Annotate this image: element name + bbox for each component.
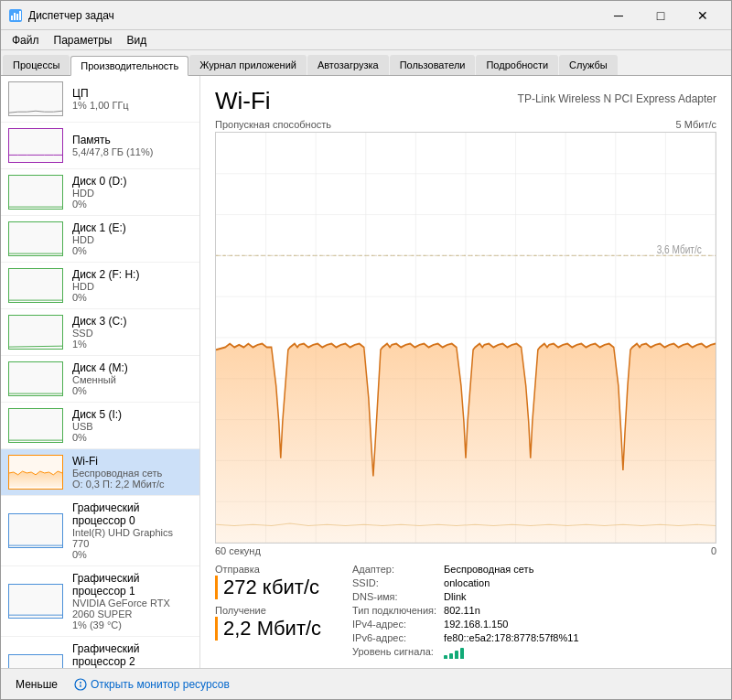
sidebar-item-wifi[interactable]: Wi-Fi Беспроводная сеть О: 0,3 П: 2,2 Мб… (1, 449, 199, 496)
time-now-label: 0 (711, 545, 716, 556)
sidebar: ЦП 1% 1,00 ГГц Память 5,4/47,8 ГБ (11%) (1, 76, 200, 668)
title-bar: Диспетчер задач ─ □ ✕ (1, 1, 731, 30)
adapter-value: Беспроводная сеть (444, 564, 578, 575)
disk1-thumb (8, 221, 63, 256)
svg-rect-8 (9, 222, 62, 255)
sidebar-item-gpu1[interactable]: Графический процессор 1 NVIDIA GeForce R… (1, 566, 199, 637)
disk1-info: Диск 1 (E:) HDD 0% (72, 221, 192, 256)
panel-device: TP-Link Wireless N PCI Express Adapter (518, 92, 716, 105)
gpu2-thumb (8, 654, 63, 668)
memory-sub: 5,4/47,8 ГБ (11%) (72, 146, 192, 157)
tab-details[interactable]: Подробности (476, 55, 558, 75)
gpu0-sub2: 0% (72, 549, 192, 560)
recv-block: Получение 2,2 Мбит/с (215, 605, 334, 641)
svg-rect-12 (9, 409, 62, 442)
app-icon (8, 8, 23, 23)
gpu1-sub1: NVIDIA GeForce RTX 2060 SUPER (72, 598, 192, 619)
signal-bars (444, 646, 464, 659)
svg-rect-11 (9, 362, 62, 395)
info-labels-col: Адаптер: SSID: DNS-имя: Тип подключения:… (352, 564, 436, 661)
svg-rect-15 (9, 585, 62, 618)
gpu1-info: Графический процессор 1 NVIDIA GeForce R… (72, 572, 192, 630)
panel-title: Wi-Fi (215, 87, 271, 115)
gpu0-info: Графический процессор 0 Intel(R) UHD Gra… (72, 501, 192, 560)
maximize-button[interactable]: □ (640, 1, 682, 30)
recv-value: 2,2 Мбит/с (215, 617, 334, 641)
svg-rect-9 (9, 269, 62, 302)
info-values-col: Беспроводная сеть onlocation Dlink 802.1… (444, 564, 578, 661)
wifi-info: Wi-Fi Беспроводная сеть О: 0,3 П: 2,2 Мб… (72, 455, 192, 490)
monitor-link[interactable]: Открыть монитор ресурсов (74, 678, 230, 691)
signal-label: Уровень сигнала: (352, 646, 436, 657)
signal-bar-4 (460, 648, 464, 659)
ssid-label: SSID: (352, 577, 436, 588)
less-button[interactable]: Меньше (10, 674, 63, 695)
svg-rect-1 (11, 16, 13, 20)
disk0-thumb (8, 175, 63, 210)
tab-performance[interactable]: Производительность (70, 56, 188, 76)
ipv4-value: 192.168.1.150 (444, 619, 578, 630)
tab-processes[interactable]: Процессы (3, 55, 70, 75)
disk0-sub2: 0% (72, 199, 192, 210)
sidebar-item-disk4[interactable]: Диск 4 (M:) Сменный 0% (1, 356, 199, 403)
sidebar-item-disk1[interactable]: Диск 1 (E:) HDD 0% (1, 216, 199, 263)
sidebar-item-disk3[interactable]: Диск 3 (C:) SSD 1% (1, 309, 199, 356)
disk1-sub2: 0% (72, 245, 192, 256)
conn-label: Тип подключения: (352, 605, 436, 616)
svg-rect-4 (19, 11, 21, 20)
wifi-thumb (8, 455, 63, 490)
sidebar-item-gpu0[interactable]: Графический процессор 0 Intel(R) UHD Gra… (1, 496, 199, 566)
gpu0-thumb (8, 513, 63, 548)
gpu1-name: Графический процессор 1 (72, 572, 192, 598)
wifi-sub2: О: 0,3 П: 2,2 Мбит/с (72, 479, 192, 490)
send-block: Отправка 272 кбит/с (215, 564, 334, 599)
chart-bottom-labels: 60 секунд 0 (215, 545, 716, 556)
disk4-sub2: 0% (72, 385, 192, 396)
ipv6-value: fe80::e5a2:178:8778:57f8%11 (444, 632, 578, 643)
tab-applog[interactable]: Журнал приложений (189, 55, 307, 75)
cpu-name: ЦП (72, 87, 192, 100)
conn-value: 802.11n (444, 605, 578, 616)
menu-bar: Файл Параметры Вид (1, 30, 731, 50)
tab-users[interactable]: Пользователи (390, 55, 476, 75)
tab-autostart[interactable]: Автозагрузка (307, 55, 389, 75)
signal-bar-3 (455, 651, 458, 659)
menu-params[interactable]: Параметры (47, 32, 120, 48)
memory-name: Память (72, 134, 192, 146)
sidebar-item-memory[interactable]: Память 5,4/47,8 ГБ (11%) (1, 123, 199, 169)
wifi-name: Wi-Fi (72, 455, 192, 468)
disk5-info: Диск 5 (I:) USB 0% (72, 408, 192, 443)
main-content: ЦП 1% 1,00 ГГц Память 5,4/47,8 ГБ (11%) (1, 76, 731, 668)
disk3-sub2: 1% (72, 339, 192, 350)
svg-rect-3 (16, 14, 18, 20)
close-button[interactable]: ✕ (682, 1, 724, 30)
tab-services[interactable]: Службы (559, 55, 618, 75)
chart-top-labels: Пропускная способность 5 Мбит/с (215, 119, 716, 130)
sidebar-item-disk2[interactable]: Диск 2 (F: H:) HDD 0% (1, 263, 199, 309)
panel-title-block: Wi-Fi (215, 87, 271, 115)
sidebar-item-disk0[interactable]: Диск 0 (D:) HDD 0% (1, 169, 199, 216)
bandwidth-label: Пропускная способность (215, 119, 331, 130)
disk4-sub1: Сменный (72, 374, 192, 385)
disk3-thumb (8, 315, 63, 350)
disk1-sub1: HDD (72, 234, 192, 245)
right-panel: Wi-Fi TP-Link Wireless N PCI Express Ada… (200, 76, 731, 668)
title-bar-buttons: ─ □ ✕ (597, 1, 724, 30)
svg-point-41 (80, 682, 81, 684)
disk4-name: Диск 4 (M:) (72, 361, 192, 374)
svg-rect-14 (9, 514, 62, 547)
sidebar-item-disk5[interactable]: Диск 5 (I:) USB 0% (1, 403, 199, 449)
sidebar-item-cpu[interactable]: ЦП 1% 1,00 ГГц (1, 76, 199, 123)
monitor-link-text: Открыть монитор ресурсов (91, 678, 230, 691)
info-grid: Адаптер: SSID: DNS-имя: Тип подключения:… (352, 564, 716, 661)
svg-rect-7 (9, 176, 62, 209)
menu-file[interactable]: Файл (5, 32, 47, 48)
disk2-sub2: 0% (72, 292, 192, 303)
disk4-info: Диск 4 (M:) Сменный 0% (72, 361, 192, 396)
ipv4-label: IPv4-адрес: (352, 619, 436, 630)
send-recv-block: Отправка 272 кбит/с Получение 2,2 Мбит/с (215, 564, 334, 641)
sidebar-item-gpu2[interactable]: Графический процессор 2 Intel(R) Arc(TM)… (1, 637, 199, 668)
svg-text:3,6 Мбит/с: 3,6 Мбит/с (657, 242, 702, 255)
menu-view[interactable]: Вид (119, 32, 154, 48)
minimize-button[interactable]: ─ (597, 1, 640, 30)
